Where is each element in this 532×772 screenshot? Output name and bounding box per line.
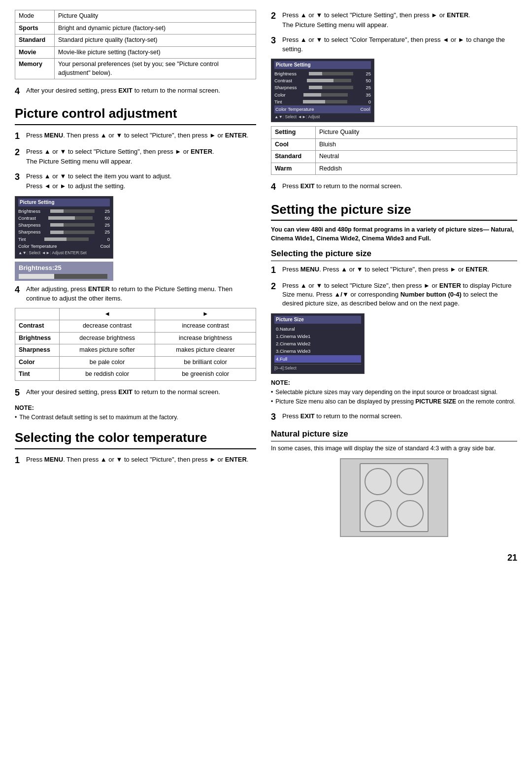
step-text: Press MENU. Then press ▲ or ▼ to select … xyxy=(26,131,256,140)
adj-right: increase contrast xyxy=(155,320,256,333)
step-text: Press ▲ or ▼ to select the item you want… xyxy=(26,172,256,181)
note-section: NOTE: The Contrast default setting is se… xyxy=(15,404,256,422)
ps-row-brightness: Brightness 25 xyxy=(18,208,110,214)
step-text: After your desired setting, press EXIT t… xyxy=(26,388,256,397)
step-text: After adjusting, press ENTER to return t… xyxy=(26,285,256,302)
step-content: Press ▲ or ▼ to select "Picture Size", t… xyxy=(282,280,517,309)
step-5-exit: 5 After your desired setting, press EXIT… xyxy=(15,387,256,399)
ps-value: 0 xyxy=(368,99,371,105)
ps-bar-container xyxy=(309,72,353,75)
brightness-label: Brightness:25 xyxy=(19,264,62,271)
adj-left: decrease contrast xyxy=(60,320,155,333)
ps-row-contrast: Contrast 50 xyxy=(18,215,110,221)
mode-cell: Movie xyxy=(15,46,55,59)
note-text: Selectable picture sizes may vary depend… xyxy=(275,388,498,397)
step-3-select-item: 3 Press ▲ or ▼ to select the item you wa… xyxy=(15,171,256,192)
setting-header: Setting xyxy=(271,127,316,139)
mode-cell: Sports xyxy=(15,22,55,34)
quality-cell: Reddish xyxy=(316,163,517,175)
step-number: 2 xyxy=(271,10,280,31)
step-number: 3 xyxy=(271,411,280,423)
table-header-row: ◄ ► xyxy=(15,308,256,320)
step-number: 4 xyxy=(271,181,280,193)
table-header-row: Setting Picture Quality xyxy=(271,127,517,139)
setting-cell: Standard xyxy=(271,151,316,163)
ps-size-row: 3.Cinema Wide3 xyxy=(274,347,361,355)
step-1-picture-size: 1 Press MENU. Press ▲ or ▼ to select "Pi… xyxy=(271,264,517,276)
step-text: Press ▲ or ▼ to select "Picture Size", t… xyxy=(282,281,517,308)
adjustment-table: ◄ ► Contrast decrease contrast increase … xyxy=(15,308,256,381)
adj-item: Sharpness xyxy=(15,344,60,357)
table-row: Color be pale color be brilliant color xyxy=(15,356,256,369)
ps-row-tint: Tint 0 xyxy=(18,236,110,242)
adj-left: makes picture softer xyxy=(60,344,155,357)
table-row: Standard Neutral xyxy=(271,151,517,163)
adj-right: be greenish color xyxy=(155,369,256,381)
step-text: After your desired setting, press EXIT t… xyxy=(26,86,256,95)
desc-cell: Standard picture quality (factory-set) xyxy=(55,34,256,47)
step-content: Press EXIT to return to the normal scree… xyxy=(282,181,517,193)
table-row: Warm Reddish xyxy=(271,163,517,175)
adj-item: Tint xyxy=(15,369,60,381)
step-number: 4 xyxy=(15,284,24,303)
step-number: 2 xyxy=(271,280,280,309)
step-subtext: The Picture Setting menu will appear. xyxy=(282,21,517,30)
setting-cell: Warm xyxy=(271,163,316,175)
step-1-color-temp: 1 Press MENU. Then press ▲ or ▼ to selec… xyxy=(15,454,256,467)
ps-hint: ▲▼: Select ◄►: Adjust xyxy=(274,114,371,120)
page-number: 21 xyxy=(15,552,517,564)
adj-item: Brightness xyxy=(15,332,60,344)
note-bullet-2: Picture Size menu also can be displayed … xyxy=(271,398,517,406)
step-number: 4 xyxy=(15,85,24,98)
ps-size-row-selected: 4.Full xyxy=(274,355,361,363)
step-3-picture-size-exit: 3 Press EXIT to return to the normal scr… xyxy=(271,411,517,423)
step-number: 1 xyxy=(15,454,24,467)
ps-label: Tint xyxy=(18,236,26,242)
adj-right: makes picture clearer xyxy=(155,344,256,357)
step-number: 5 xyxy=(15,387,24,399)
ps-value: 0 xyxy=(107,236,110,242)
table-row: Brightness decrease brightness increase … xyxy=(15,332,256,344)
brightness-slider-fill xyxy=(19,274,54,279)
table-row: Memory Your personal preferences (set by… xyxy=(15,59,256,79)
picture-setting-box: Picture Setting Brightness 25 Contrast 5… xyxy=(15,196,113,259)
right-column: 2 Press ▲ or ▼ to select "Picture Settin… xyxy=(271,10,517,542)
picture-size-intro: You can view 480i and 480p format progra… xyxy=(271,226,517,243)
step-4-after-table: 4 After your desired setting, press EXIT… xyxy=(15,85,256,98)
header-left: ◄ xyxy=(60,308,155,320)
adj-left: decrease brightness xyxy=(60,332,155,344)
ps-row-tint: Tint 0 xyxy=(274,99,371,105)
step-content: Press ▲ or ▼ to select "Color Temperatur… xyxy=(282,34,517,54)
table-row: Standard Standard picture quality (facto… xyxy=(15,34,256,47)
ps-label: Sharpness xyxy=(274,84,297,91)
ps-value: 25 xyxy=(366,70,371,77)
ps-size-row: 2.Cinema Wide2 xyxy=(274,340,361,347)
section-title-color-temp: Selecting the color temperature xyxy=(15,429,256,449)
quality-cell: Neutral xyxy=(316,151,517,163)
ps-bar-container xyxy=(50,209,95,213)
ps-bar-container xyxy=(48,216,93,220)
adj-right: be brilliant color xyxy=(155,356,256,369)
table-row: Contrast decrease contrast increase cont… xyxy=(15,320,256,333)
ps-row-color: Sharpness 25 xyxy=(18,229,110,235)
note-label: NOTE: xyxy=(15,404,256,413)
step-number: 3 xyxy=(15,171,24,192)
quality-cell: Bluish xyxy=(316,138,517,151)
ps-value: Cool xyxy=(100,243,110,249)
step-content: After your desired setting, press EXIT t… xyxy=(26,85,256,98)
subsection-title-natural: Natural picture size xyxy=(271,428,517,441)
brightness-slider xyxy=(19,274,107,279)
ps-size-hint: [0–4]:Select xyxy=(274,364,361,371)
ps-value: 25 xyxy=(366,84,371,91)
desc-cell: Bright and dynamic picture (factory-set) xyxy=(55,22,256,34)
note-section-picture-size: NOTE: Selectable picture sizes may vary … xyxy=(271,379,517,406)
page-layout: Mode Picture Quality Sports Bright and d… xyxy=(15,10,517,542)
adj-right: increase brightness xyxy=(155,332,256,344)
ps-label: Contrast xyxy=(274,77,292,84)
ps-row-contrast: Contrast 50 xyxy=(274,77,371,84)
picture-size-box-title: Picture Size xyxy=(274,316,361,324)
desc-cell: Picture Quality xyxy=(55,10,256,23)
step-3-color-temp: 3 Press ▲ or ▼ to select "Color Temperat… xyxy=(271,34,517,54)
section-title-picture-size: Setting the picture size xyxy=(271,201,517,221)
desc-cell: Your personal preferences (set by you; s… xyxy=(55,59,256,79)
